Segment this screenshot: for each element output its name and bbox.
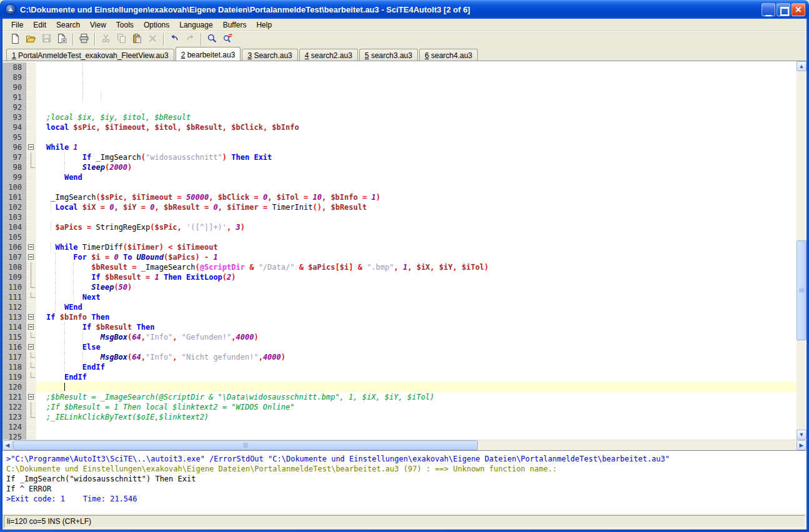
line-number[interactable]: 113 bbox=[2, 312, 26, 322]
line-number[interactable]: 116 bbox=[2, 342, 26, 352]
line-number[interactable]: 107 bbox=[2, 252, 26, 262]
code-text[interactable] bbox=[36, 132, 797, 142]
code-text[interactable]: While 1 bbox=[36, 142, 797, 152]
menu-language[interactable]: Language bbox=[174, 19, 217, 31]
line-number[interactable]: 94 bbox=[2, 122, 26, 132]
code-text[interactable]: Sleep(50) bbox=[36, 282, 797, 292]
line-number[interactable]: 112 bbox=[2, 302, 26, 312]
code-text[interactable]: Else bbox=[36, 342, 797, 352]
menu-tools[interactable]: Tools bbox=[111, 19, 139, 31]
code-text[interactable]: ;local $ix, $iy, $itol, $bResult bbox=[36, 112, 797, 122]
code-editor[interactable]: 888990919293;local $ix, $iy, $itol, $bRe… bbox=[2, 61, 807, 440]
replace-button[interactable] bbox=[221, 32, 235, 46]
code-text[interactable]: For $i = 0 To UBound($aPics) - 1 bbox=[36, 252, 797, 262]
line-number[interactable]: 122 bbox=[2, 402, 26, 412]
horizontal-scrollbar[interactable]: ◀ ▶ bbox=[2, 440, 807, 450]
fold-margin[interactable] bbox=[26, 242, 36, 252]
line-number[interactable]: 111 bbox=[2, 292, 26, 302]
code-text[interactable] bbox=[36, 422, 797, 432]
line-number[interactable]: 98 bbox=[2, 162, 26, 172]
code-text[interactable]: WEnd bbox=[36, 302, 797, 312]
code-text[interactable] bbox=[36, 212, 797, 222]
line-number[interactable]: 89 bbox=[2, 72, 26, 82]
menu-search[interactable]: Search bbox=[51, 19, 85, 31]
line-number[interactable]: 93 bbox=[2, 112, 26, 122]
code-text[interactable]: If $bInfo Then bbox=[36, 312, 797, 322]
line-number[interactable]: 119 bbox=[2, 372, 26, 382]
line-number[interactable]: 90 bbox=[2, 82, 26, 92]
code-text[interactable]: While TimerDiff($iTimer) < $iTimeout bbox=[36, 242, 797, 252]
code-text[interactable]: local $sPic, $iTimeout, $itol, $bResult,… bbox=[36, 122, 797, 132]
code-text[interactable]: $bResult = _ImageSearch(@ScriptDir & "/D… bbox=[36, 262, 797, 272]
fold-collapse-icon[interactable] bbox=[28, 244, 34, 250]
line-number[interactable]: 109 bbox=[2, 272, 26, 282]
fold-collapse-icon[interactable] bbox=[28, 254, 34, 260]
line-number[interactable]: 108 bbox=[2, 262, 26, 272]
code-text[interactable] bbox=[36, 432, 797, 440]
code-text[interactable]: $aPics = StringRegExp($sPic, '([^|]+)', … bbox=[36, 222, 797, 232]
close-file-button[interactable] bbox=[55, 32, 69, 46]
code-text[interactable] bbox=[36, 82, 797, 92]
code-text[interactable]: EndIf bbox=[36, 362, 797, 372]
line-number[interactable]: 104 bbox=[2, 222, 26, 232]
fold-margin[interactable] bbox=[26, 392, 36, 402]
print-button[interactable] bbox=[77, 32, 91, 46]
line-number[interactable]: 101 bbox=[2, 192, 26, 202]
tab-bearbeitet.au3[interactable]: 2 bearbeitet.au3 bbox=[176, 47, 241, 61]
fold-margin[interactable] bbox=[26, 342, 36, 352]
fold-margin[interactable] bbox=[26, 312, 36, 322]
code-text[interactable]: If $bResult = 1 Then ExitLoop(2) bbox=[36, 272, 797, 282]
code-text[interactable]: If $bResult Then bbox=[36, 322, 797, 332]
line-number[interactable]: 96 bbox=[2, 142, 26, 152]
line-number[interactable]: 118 bbox=[2, 362, 26, 372]
line-number[interactable]: 114 bbox=[2, 322, 26, 332]
fold-collapse-icon[interactable] bbox=[28, 144, 34, 150]
tab-search2.au3[interactable]: 4 search2.au3 bbox=[299, 49, 358, 61]
code-text[interactable]: ;$bResult = _ImageSearch(@ScriptDir & "\… bbox=[36, 392, 797, 402]
menu-options[interactable]: Options bbox=[139, 19, 174, 31]
paste-button[interactable] bbox=[130, 32, 144, 46]
line-number[interactable]: 105 bbox=[2, 232, 26, 242]
menu-buffers[interactable]: Buffers bbox=[218, 19, 252, 31]
line-number[interactable]: 88 bbox=[2, 62, 26, 72]
scroll-down-arrow[interactable]: ▼ bbox=[797, 430, 807, 440]
line-number[interactable]: 117 bbox=[2, 352, 26, 362]
menu-edit[interactable]: Edit bbox=[28, 19, 51, 31]
code-text[interactable] bbox=[36, 182, 797, 192]
code-text[interactable]: Sleep(2000) bbox=[36, 162, 797, 172]
line-number[interactable]: 123 bbox=[2, 412, 26, 422]
code-text[interactable] bbox=[36, 92, 797, 102]
vertical-scrollbar[interactable]: ▲ ▼ bbox=[797, 61, 807, 440]
code-text[interactable]: EndIf bbox=[36, 372, 797, 382]
close-button[interactable]: ✕ bbox=[792, 3, 805, 16]
line-number[interactable]: 100 bbox=[2, 182, 26, 192]
line-number[interactable]: 120 bbox=[2, 382, 26, 392]
fold-margin[interactable] bbox=[26, 142, 36, 152]
code-text[interactable] bbox=[36, 62, 797, 72]
open-file-button[interactable] bbox=[24, 32, 38, 46]
fold-collapse-icon[interactable] bbox=[28, 324, 34, 330]
code-text[interactable]: Wend bbox=[36, 172, 797, 182]
fold-collapse-icon[interactable] bbox=[28, 314, 34, 320]
tab-Search.au3[interactable]: 3 Search.au3 bbox=[242, 49, 297, 61]
undo-button[interactable] bbox=[167, 32, 182, 46]
scroll-up-arrow[interactable]: ▲ bbox=[797, 61, 807, 71]
line-number[interactable]: 103 bbox=[2, 212, 26, 222]
line-number[interactable]: 91 bbox=[2, 92, 26, 102]
minimize-button[interactable]: ▁ bbox=[762, 3, 775, 16]
line-number[interactable]: 106 bbox=[2, 242, 26, 252]
code-text[interactable] bbox=[36, 72, 797, 82]
line-number[interactable]: 124 bbox=[2, 422, 26, 432]
code-text[interactable]: If _ImgSearch("widosausschnitt") Then Ex… bbox=[36, 152, 797, 162]
find-button[interactable] bbox=[205, 32, 219, 46]
code-text[interactable]: _ImgSearch($sPic, $iTimeout = 50000, $bC… bbox=[36, 192, 797, 202]
code-text[interactable] bbox=[36, 232, 797, 242]
code-text[interactable]: ;If $bResult = 1 Then local $linktext2 =… bbox=[36, 402, 797, 412]
fold-margin[interactable] bbox=[26, 322, 36, 332]
code-text[interactable]: Local $iX = 0, $iY = 0, $bResult = 0, $i… bbox=[36, 202, 797, 212]
line-number[interactable]: 121 bbox=[2, 392, 26, 402]
tab-search4.au3[interactable]: 6 search4.au3 bbox=[419, 49, 478, 61]
line-number[interactable]: 102 bbox=[2, 202, 26, 212]
scroll-right-arrow[interactable]: ▶ bbox=[797, 440, 807, 450]
fold-collapse-icon[interactable] bbox=[28, 344, 34, 350]
